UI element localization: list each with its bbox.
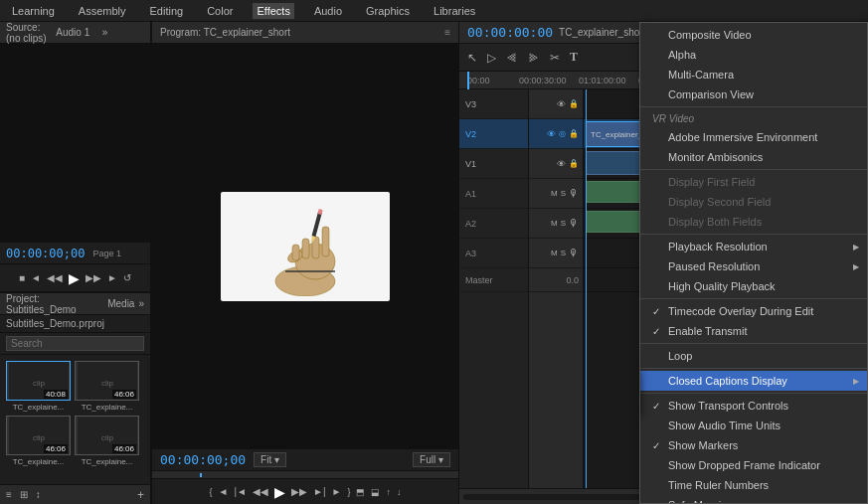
thumbnail-1[interactable]: clip 40:08 (6, 361, 71, 401)
prog-extract[interactable]: ↓ (397, 487, 402, 497)
v3-lock-icon[interactable]: 🔒 (569, 99, 579, 108)
source-page: Page 1 (92, 249, 121, 258)
menu-show-audio-time[interactable]: Show Audio Time Units (640, 416, 867, 435)
menu-learning[interactable]: Learning (8, 3, 59, 19)
menu-effects[interactable]: Effects (253, 3, 293, 19)
menu-immersive[interactable]: Adobe Immersive Environment (640, 127, 867, 147)
a2-mic-icon[interactable]: 🎙 (569, 218, 579, 229)
playback-res-label: Playback Resolution (668, 241, 768, 252)
program-timeline-ruler[interactable] (152, 470, 458, 478)
razor-tool[interactable]: ✂ (548, 49, 562, 67)
menu-show-transport[interactable]: ✓ Show Transport Controls (640, 396, 867, 416)
thumbnail-3[interactable]: clip 46:06 (6, 416, 71, 455)
expand-icon[interactable]: » (102, 27, 144, 38)
program-transport: { ◄ |◄ ◀◀ ▶ ▶▶ ►| ► } ⬒ ⬓ ↑ ↓ (152, 478, 458, 504)
select-tool[interactable]: ↖ (465, 49, 479, 67)
menu-loop[interactable]: Loop (640, 346, 867, 366)
menu-show-markers[interactable]: ✓ Show Markers (640, 435, 867, 455)
project-search-input[interactable] (6, 336, 144, 351)
stop-btn[interactable]: ■ (19, 272, 25, 283)
menu-safe-margins[interactable]: Safe Margins (640, 495, 867, 504)
step-fwd-btn[interactable]: ► (107, 272, 117, 283)
list-item[interactable]: clip 46:06 TC_explaine... (6, 416, 71, 466)
v1-lock-icon[interactable]: 🔒 (569, 159, 579, 168)
prog-rewind[interactable]: ◀◀ (253, 486, 268, 497)
menu-audio[interactable]: Audio (310, 3, 346, 19)
track-ctrl-v1: 👁 🔒 (529, 149, 583, 179)
menu-section-playback: Playback Resolution Paused Resolution Hi… (640, 235, 867, 299)
prog-ff[interactable]: ▶▶ (291, 486, 307, 497)
prog-prev-edit[interactable]: |◄ (235, 486, 248, 497)
a1-mic-icon[interactable]: 🎙 (569, 188, 579, 199)
menu-high-quality[interactable]: High Quality Playback (640, 276, 867, 296)
prog-next-edit[interactable]: ►| (313, 486, 326, 497)
a2-m-icon[interactable]: M (551, 219, 558, 228)
a3-mic-icon[interactable]: 🎙 (569, 248, 579, 258)
v2-target-icon[interactable]: ◎ (559, 129, 566, 138)
menu-playback-res[interactable]: Playback Resolution (640, 237, 867, 256)
prog-insert[interactable]: ⬒ (356, 487, 365, 497)
loop-btn[interactable]: ↺ (123, 272, 131, 283)
menu-multi-camera[interactable]: Multi-Camera (640, 65, 867, 84)
menu-graphics[interactable]: Graphics (362, 3, 414, 19)
menu-assembly[interactable]: Assembly (75, 3, 130, 19)
step-back-btn[interactable]: ◄ (31, 272, 41, 283)
list-view-icon[interactable]: ≡ (6, 489, 12, 500)
a2-s-icon[interactable]: S (561, 219, 566, 228)
menu-composite-video[interactable]: Composite Video (640, 25, 867, 45)
v3-eye-icon[interactable]: 👁 (557, 99, 566, 109)
source-timecode[interactable]: 00:00:00;00 (6, 247, 85, 260)
v1-eye-icon[interactable]: 👁 (557, 159, 566, 169)
prog-lift[interactable]: ↑ (386, 487, 391, 497)
list-item[interactable]: clip 46:06 TC_explaine... (75, 361, 139, 412)
a3-m-icon[interactable]: M (551, 249, 558, 257)
track-select-tool[interactable]: ▷ (485, 49, 498, 67)
add-icon[interactable]: + (137, 488, 144, 502)
v2-lock-icon[interactable]: 🔒 (569, 129, 579, 138)
menu-alpha[interactable]: Alpha (640, 45, 867, 65)
play-btn[interactable]: ▶ (69, 270, 80, 286)
rolling-tool[interactable]: ⫸ (526, 49, 542, 67)
menu-comparison-view[interactable]: Comparison View (640, 84, 867, 104)
sort-icon[interactable]: ↕ (36, 489, 41, 500)
v2-eye-icon[interactable]: 👁 (547, 129, 556, 139)
ripple-tool[interactable]: ⫷ (504, 49, 520, 67)
menu-closed-captions[interactable]: Closed Captions Display (640, 371, 867, 391)
fit-dropdown[interactable]: Fit ▾ (254, 452, 286, 467)
a3-s-icon[interactable]: S (561, 249, 566, 257)
menu-editing[interactable]: Editing (146, 3, 188, 19)
rewind-btn[interactable]: ◀◀ (47, 272, 63, 283)
a1-m-icon[interactable]: M (551, 189, 558, 198)
ff-btn[interactable]: ▶▶ (86, 272, 101, 283)
list-item[interactable]: clip 40:08 TC_explaine... (6, 361, 71, 412)
text-tool[interactable]: T (568, 48, 580, 67)
menu-enable-transmit[interactable]: ✓ Enable Transmit (640, 321, 867, 341)
prog-overwrite[interactable]: ⬓ (371, 487, 380, 497)
program-menu-icon[interactable]: ≡ (444, 27, 450, 38)
prog-mark-out[interactable]: } (347, 487, 350, 497)
track-ctrl-a2: M S 🎙 (529, 209, 583, 239)
menu-libraries[interactable]: Libraries (430, 3, 479, 19)
timeline-timecode[interactable]: 00:00:00:00 (467, 25, 553, 40)
prog-play[interactable]: ▶ (274, 484, 285, 500)
project-expand-icon[interactable]: » (138, 298, 144, 309)
menu-dropped-frame[interactable]: Show Dropped Frame Indicator (640, 455, 867, 475)
prog-mark-in[interactable]: { (210, 487, 213, 497)
dropped-frame-label: Show Dropped Frame Indicator (668, 459, 820, 471)
a1-s-icon[interactable]: S (561, 189, 566, 198)
menu-ambisonics[interactable]: Monitor Ambisonics (640, 147, 867, 167)
thumbnail-2[interactable]: clip 46:06 (75, 361, 139, 401)
menu-color[interactable]: Color (203, 3, 237, 19)
prog-step-back[interactable]: ◄ (219, 486, 229, 497)
grid-view-icon[interactable]: ⊞ (20, 489, 28, 500)
menu-paused-res[interactable]: Paused Resolution (640, 256, 867, 276)
list-item[interactable]: clip 46:06 TC_explaine... (75, 416, 139, 466)
thumbnail-4[interactable]: clip 46:06 (75, 416, 139, 455)
prog-step-fwd[interactable]: ► (332, 486, 342, 497)
menu-timecode-overlay[interactable]: ✓ Timecode Overlay During Edit (640, 301, 867, 321)
program-timecode[interactable]: 00:00:00;00 (160, 452, 246, 467)
menu-time-ruler-numbers[interactable]: Time Ruler Numbers (640, 475, 867, 495)
timeline-playhead[interactable] (586, 89, 587, 488)
full-quality-dropdown[interactable]: Full ▾ (413, 452, 450, 467)
immersive-label: Adobe Immersive Environment (668, 131, 817, 143)
